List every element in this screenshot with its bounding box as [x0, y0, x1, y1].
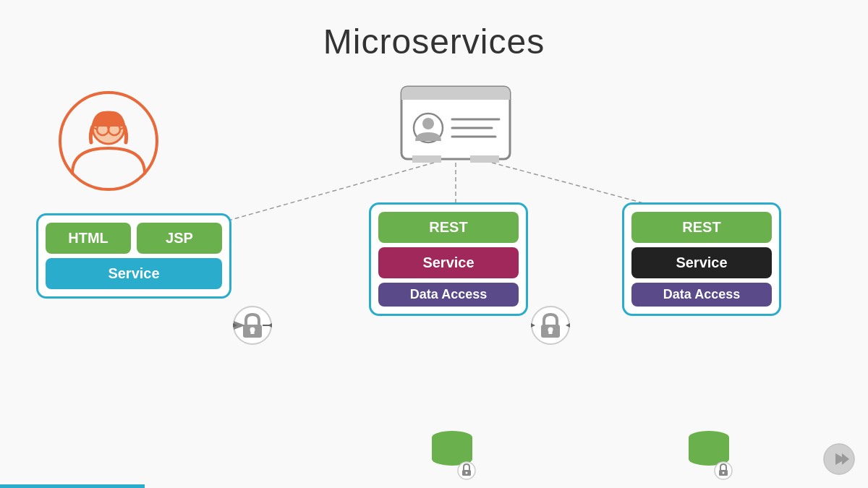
service-box-center: REST Service Data Access — [369, 202, 528, 316]
svg-rect-18 — [412, 155, 441, 163]
service-button-left: Service — [46, 258, 222, 289]
data-access-button-center: Data Access — [378, 283, 519, 307]
diagram-area: HTML JSP Service REST Service Data Acces… — [14, 69, 854, 474]
db-icon-right — [680, 423, 738, 484]
btn-row-top-left: HTML JSP — [46, 223, 222, 254]
play-button[interactable] — [823, 443, 855, 475]
svg-rect-19 — [470, 155, 499, 163]
service-button-right: Service — [631, 247, 772, 278]
html-button: HTML — [46, 223, 131, 254]
service-box-right: REST Service Data Access — [622, 202, 781, 316]
page-title: Microservices — [323, 22, 545, 61]
service-button-center: Service — [378, 247, 519, 278]
svg-rect-23 — [251, 330, 255, 334]
bottom-bar — [0, 484, 145, 488]
jsp-button: JSP — [137, 223, 222, 254]
svg-point-49 — [723, 472, 725, 474]
data-access-button-right: Data Access — [631, 283, 772, 307]
db-icon-center — [423, 423, 481, 484]
rest-button-right: REST — [631, 212, 772, 243]
svg-point-41 — [466, 472, 468, 474]
rest-button-center: REST — [378, 212, 519, 243]
lock-icon-center — [531, 306, 570, 345]
id-card-icon — [398, 83, 514, 163]
lock-icon-left — [233, 306, 272, 345]
user-icon — [58, 90, 159, 192]
service-box-left: HTML JSP Service — [36, 213, 231, 299]
svg-rect-31 — [549, 330, 553, 334]
slide: Microservices — [0, 0, 868, 488]
svg-point-14 — [422, 118, 434, 129]
svg-rect-12 — [401, 94, 510, 100]
